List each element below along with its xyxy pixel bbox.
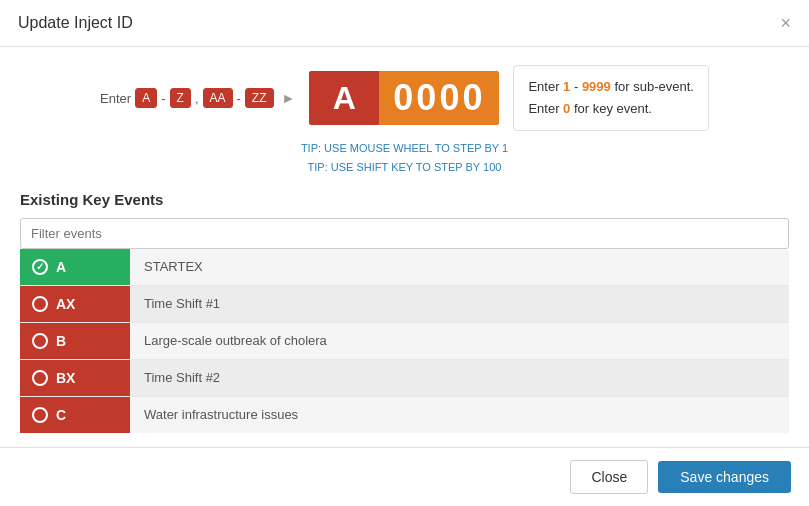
modal-title: Update Inject ID — [18, 14, 133, 32]
modal-body: Enter A - Z , AA - ZZ ► A 0000 Enter 1 -… — [0, 47, 809, 447]
tip2: TIP: USE SHIFT KEY TO STEP BY 100 — [20, 158, 789, 177]
dash2: - — [237, 91, 241, 106]
event-key-label: A — [56, 259, 66, 275]
event-key-badge: AX — [20, 286, 130, 322]
modal-close-x-button[interactable]: × — [780, 14, 791, 32]
event-key-badge: A — [20, 249, 130, 285]
hint-line2-post: for key event. — [570, 101, 652, 116]
badge-a: A — [135, 88, 157, 108]
table-row[interactable]: CWater infrastructure issues — [20, 396, 789, 433]
id-letter[interactable]: A — [309, 71, 379, 125]
enter-label: Enter — [100, 91, 131, 106]
hint-line1: Enter 1 - 9999 for sub-event. — [528, 76, 694, 98]
comma: , — [195, 91, 199, 106]
event-name-cell: Large-scale outbreak of cholera — [130, 322, 789, 359]
hint-line2-pre: Enter — [528, 101, 563, 116]
tips: TIP: USE MOUSE WHEEL TO STEP BY 1 TIP: U… — [20, 139, 789, 176]
hint-line1-post: for sub-event. — [611, 79, 694, 94]
event-key-cell: A — [20, 249, 130, 286]
id-display[interactable]: A 0000 — [309, 71, 499, 125]
modal-header: Update Inject ID × — [0, 0, 809, 47]
modal: Update Inject ID × Enter A - Z , AA - ZZ… — [0, 0, 809, 506]
event-circle-icon — [32, 259, 48, 275]
event-circle-icon — [32, 296, 48, 312]
event-key-label: C — [56, 407, 66, 423]
dash1: - — [161, 91, 165, 106]
event-key-cell: AX — [20, 285, 130, 322]
event-key-cell: C — [20, 396, 130, 433]
event-key-badge: B — [20, 323, 130, 359]
filter-events-input[interactable] — [20, 218, 789, 249]
table-row[interactable]: BXTime Shift #2 — [20, 359, 789, 396]
event-key-cell: B — [20, 322, 130, 359]
hint-line1-pre: Enter — [528, 79, 563, 94]
id-number[interactable]: 0000 — [379, 71, 499, 125]
inject-id-section: Enter A - Z , AA - ZZ ► A 0000 Enter 1 -… — [20, 65, 789, 131]
table-row[interactable]: ASTARTEX — [20, 249, 789, 286]
hint-num2: 9999 — [582, 79, 611, 94]
save-changes-button[interactable]: Save changes — [658, 461, 791, 493]
event-key-cell: BX — [20, 359, 130, 396]
close-button[interactable]: Close — [570, 460, 648, 494]
event-name-cell: STARTEX — [130, 249, 789, 286]
letter-range: Enter A - Z , AA - ZZ ► — [100, 88, 299, 108]
modal-footer: Close Save changes — [0, 447, 809, 506]
event-key-badge: C — [20, 397, 130, 433]
event-key-label: B — [56, 333, 66, 349]
event-name-cell: Time Shift #1 — [130, 285, 789, 322]
event-key-label: AX — [56, 296, 75, 312]
event-circle-icon — [32, 370, 48, 386]
id-hint-box: Enter 1 - 9999 for sub-event. Enter 0 fo… — [513, 65, 709, 131]
table-row[interactable]: BLarge-scale outbreak of cholera — [20, 322, 789, 359]
event-circle-icon — [32, 407, 48, 423]
hint-line2: Enter 0 for key event. — [528, 98, 694, 120]
table-row[interactable]: AXTime Shift #1 — [20, 285, 789, 322]
event-circle-icon — [32, 333, 48, 349]
badge-aa: AA — [203, 88, 233, 108]
section-title: Existing Key Events — [20, 191, 789, 208]
event-name-cell: Water infrastructure issues — [130, 396, 789, 433]
arrow-right-icon: ► — [282, 90, 296, 106]
hint-dash: - — [570, 79, 582, 94]
event-key-label: BX — [56, 370, 75, 386]
events-table: ASTARTEXAXTime Shift #1BLarge-scale outb… — [20, 249, 789, 433]
badge-z: Z — [170, 88, 191, 108]
event-key-badge: BX — [20, 360, 130, 396]
event-name-cell: Time Shift #2 — [130, 359, 789, 396]
badge-zz: ZZ — [245, 88, 274, 108]
tip1: TIP: USE MOUSE WHEEL TO STEP BY 1 — [20, 139, 789, 158]
